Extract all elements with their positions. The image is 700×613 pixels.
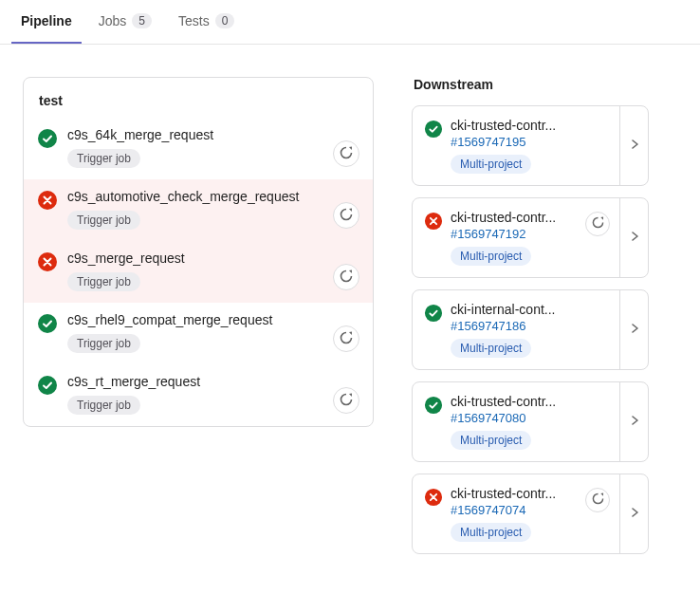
x-circle-icon bbox=[37, 190, 58, 211]
tab-jobs[interactable]: Jobs 5 bbox=[89, 0, 161, 44]
check-circle-icon bbox=[37, 313, 58, 334]
retry-icon bbox=[340, 208, 353, 224]
retry-button[interactable] bbox=[333, 264, 359, 290]
expand-button[interactable] bbox=[619, 474, 648, 553]
tab-label: Pipeline bbox=[21, 13, 72, 28]
job-body: c9s_64k_merge_request Trigger job bbox=[67, 127, 323, 168]
chevron-right-icon bbox=[628, 230, 641, 246]
downstream-info: cki-trusted-contr... #1569747195 Multi-p… bbox=[451, 118, 610, 174]
downstream-card: cki-trusted-contr... #1569747080 Multi-p… bbox=[412, 381, 649, 462]
downstream-main[interactable]: cki-internal-cont... #1569747186 Multi-p… bbox=[413, 290, 619, 369]
downstream-main[interactable]: cki-trusted-contr... #1569747080 Multi-p… bbox=[413, 382, 619, 461]
trigger-job-badge: Trigger job bbox=[67, 396, 140, 415]
downstream-card: cki-trusted-contr... #1569747195 Multi-p… bbox=[412, 105, 649, 186]
job-row[interactable]: c9s_64k_merge_request Trigger job bbox=[24, 118, 373, 179]
expand-button[interactable] bbox=[619, 382, 648, 461]
downstream-name: cki-trusted-contr... bbox=[451, 210, 578, 225]
retry-icon bbox=[592, 216, 604, 232]
retry-icon bbox=[592, 492, 604, 508]
stage-card: test c9s_64k_merge_request Trigger job c… bbox=[23, 77, 374, 427]
tab-tests[interactable]: Tests 0 bbox=[169, 0, 244, 44]
tab-label: Jobs bbox=[99, 13, 127, 28]
multi-project-badge: Multi-project bbox=[451, 431, 531, 450]
downstream-info: cki-internal-cont... #1569747186 Multi-p… bbox=[451, 302, 610, 358]
downstream-card: cki-internal-cont... #1569747186 Multi-p… bbox=[412, 289, 649, 370]
job-body: c9s_rt_merge_request Trigger job bbox=[67, 374, 323, 415]
pipeline-id-link[interactable]: #1569747074 bbox=[451, 503, 578, 517]
chevron-right-icon bbox=[628, 322, 641, 338]
pipeline-id-link[interactable]: #1569747195 bbox=[451, 135, 610, 149]
pipeline-content: test c9s_64k_merge_request Trigger job c… bbox=[0, 45, 700, 594]
job-name: c9s_rt_merge_request bbox=[67, 374, 323, 389]
retry-icon bbox=[340, 269, 353, 286]
retry-button[interactable] bbox=[333, 325, 359, 352]
x-circle-icon bbox=[424, 212, 443, 231]
expand-button[interactable] bbox=[619, 290, 648, 369]
downstream-title: Downstream bbox=[412, 77, 649, 92]
downstream-card: cki-trusted-contr... #1569747192 Multi-p… bbox=[412, 197, 649, 278]
multi-project-badge: Multi-project bbox=[451, 523, 531, 542]
downstream-card: cki-trusted-contr... #1569747074 Multi-p… bbox=[412, 474, 649, 554]
job-row[interactable]: c9s_rt_merge_request Trigger job bbox=[24, 364, 373, 426]
downstream-name: cki-trusted-contr... bbox=[451, 486, 578, 501]
chevron-right-icon bbox=[628, 414, 641, 430]
downstream-name: cki-internal-cont... bbox=[451, 302, 610, 317]
retry-icon bbox=[340, 146, 353, 162]
x-circle-icon bbox=[424, 488, 443, 507]
trigger-job-badge: Trigger job bbox=[67, 149, 140, 168]
check-circle-icon bbox=[424, 396, 443, 415]
downstream-main[interactable]: cki-trusted-contr... #1569747195 Multi-p… bbox=[413, 106, 619, 185]
check-circle-icon bbox=[37, 375, 58, 396]
downstream-info: cki-trusted-contr... #1569747074 Multi-p… bbox=[451, 486, 578, 542]
chevron-right-icon bbox=[628, 138, 641, 154]
multi-project-badge: Multi-project bbox=[451, 155, 531, 174]
expand-button[interactable] bbox=[619, 106, 648, 185]
retry-button[interactable] bbox=[333, 202, 359, 229]
job-name: c9s_automotive_check_merge_request bbox=[67, 189, 323, 204]
trigger-job-badge: Trigger job bbox=[67, 334, 140, 353]
multi-project-badge: Multi-project bbox=[451, 247, 531, 266]
tabs: Pipeline Jobs 5 Tests 0 bbox=[0, 0, 700, 45]
expand-button[interactable] bbox=[619, 198, 648, 277]
retry-icon bbox=[340, 331, 353, 347]
retry-button[interactable] bbox=[585, 212, 610, 236]
tab-label: Tests bbox=[178, 13, 210, 28]
job-row[interactable]: c9s_merge_request Trigger job bbox=[24, 241, 373, 303]
downstream-name: cki-trusted-contr... bbox=[451, 118, 610, 133]
retry-button[interactable] bbox=[585, 488, 610, 512]
trigger-job-badge: Trigger job bbox=[67, 211, 140, 230]
check-circle-icon bbox=[37, 128, 58, 149]
chevron-right-icon bbox=[628, 506, 641, 522]
job-body: c9s_merge_request Trigger job bbox=[67, 251, 323, 291]
check-circle-icon bbox=[424, 120, 443, 139]
job-body: c9s_automotive_check_merge_request Trigg… bbox=[67, 189, 323, 230]
retry-icon bbox=[340, 393, 353, 409]
job-body: c9s_rhel9_compat_merge_request Trigger j… bbox=[67, 312, 323, 353]
downstream-main[interactable]: cki-trusted-contr... #1569747074 Multi-p… bbox=[413, 474, 619, 553]
job-row[interactable]: c9s_rhel9_compat_merge_request Trigger j… bbox=[24, 303, 373, 364]
downstream-info: cki-trusted-contr... #1569747192 Multi-p… bbox=[451, 210, 578, 266]
job-row[interactable]: c9s_automotive_check_merge_request Trigg… bbox=[24, 179, 373, 241]
downstream-info: cki-trusted-contr... #1569747080 Multi-p… bbox=[451, 394, 610, 450]
downstream-name: cki-trusted-contr... bbox=[451, 394, 610, 409]
job-name: c9s_rhel9_compat_merge_request bbox=[67, 312, 323, 327]
stage-title: test bbox=[24, 78, 373, 118]
retry-button[interactable] bbox=[333, 387, 359, 414]
downstream-main[interactable]: cki-trusted-contr... #1569747192 Multi-p… bbox=[413, 198, 619, 277]
multi-project-badge: Multi-project bbox=[451, 339, 531, 358]
downstream-column: Downstream cki-trusted-contr... #1569747… bbox=[412, 77, 649, 566]
check-circle-icon bbox=[424, 304, 443, 323]
pipeline-id-link[interactable]: #1569747080 bbox=[451, 411, 610, 425]
tab-count: 5 bbox=[132, 13, 152, 28]
pipeline-id-link[interactable]: #1569747186 bbox=[451, 319, 610, 333]
job-name: c9s_merge_request bbox=[67, 251, 323, 266]
retry-button[interactable] bbox=[333, 140, 359, 167]
pipeline-id-link[interactable]: #1569747192 bbox=[451, 227, 578, 241]
job-name: c9s_64k_merge_request bbox=[67, 127, 323, 142]
trigger-job-badge: Trigger job bbox=[67, 272, 140, 291]
tab-pipeline[interactable]: Pipeline bbox=[11, 0, 82, 44]
x-circle-icon bbox=[37, 251, 58, 272]
tab-count: 0 bbox=[215, 13, 235, 28]
